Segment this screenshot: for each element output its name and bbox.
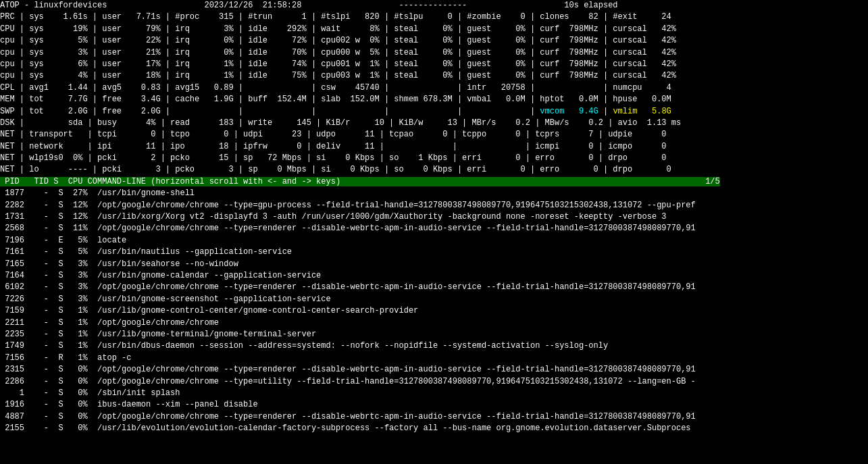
terminal-content: ATOP - linuxfordevices 2023/12/26 21:58:…: [0, 0, 868, 434]
terminal: ATOP - linuxfordevices 2023/12/26 21:58:…: [0, 0, 868, 464]
